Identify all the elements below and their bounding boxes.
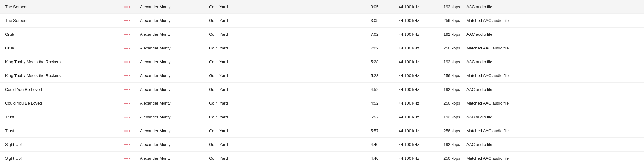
track-title: Trust — [5, 115, 124, 119]
dot2 — [126, 103, 128, 104]
track-artist: Alexander Monty — [140, 128, 209, 133]
dot1 — [124, 34, 126, 35]
track-artist: Alexander Monty — [140, 142, 209, 147]
track-album: Goin' Yard — [209, 18, 360, 23]
track-bitrate: 256 kbps — [426, 101, 466, 106]
track-artist: Alexander Monty — [140, 18, 209, 23]
dot3 — [129, 75, 130, 76]
dot2 — [126, 34, 128, 35]
track-album: Goin' Yard — [209, 156, 360, 161]
track-album: Goin' Yard — [209, 32, 360, 37]
track-title: King Tubby Meets the Rockers — [5, 73, 124, 78]
table-row[interactable]: The Serpent Alexander Monty Goin' Yard 3… — [0, 14, 644, 28]
dots-icon[interactable] — [124, 89, 140, 90]
track-filetype: Matched AAC audio file — [466, 46, 639, 50]
dot2 — [126, 6, 128, 8]
track-duration: 4:52 — [360, 87, 385, 92]
track-samplerate: 44.100 kHz — [385, 73, 426, 78]
dot1 — [124, 6, 126, 8]
track-samplerate: 44.100 kHz — [385, 128, 426, 133]
table-row[interactable]: Grub Alexander Monty Goin' Yard 7:02 44.… — [0, 28, 644, 41]
track-samplerate: 44.100 kHz — [385, 115, 426, 119]
dot1 — [124, 144, 126, 145]
track-samplerate: 44.100 kHz — [385, 101, 426, 106]
track-title: King Tubby Meets the Rockers — [5, 60, 124, 64]
track-table: The Serpent Alexander Monty Goin' Yard 3… — [0, 0, 644, 166]
track-artist: Alexander Monty — [140, 101, 209, 106]
track-bitrate: 192 kbps — [426, 4, 466, 9]
table-row[interactable]: King Tubby Meets the Rockers Alexander M… — [0, 69, 644, 83]
table-row[interactable]: Grub Alexander Monty Goin' Yard 7:02 44.… — [0, 41, 644, 55]
track-duration: 4:52 — [360, 101, 385, 106]
dots-icon[interactable] — [124, 6, 140, 8]
dots-icon[interactable] — [124, 20, 140, 21]
dots-icon[interactable] — [124, 61, 140, 63]
track-duration: 5:57 — [360, 128, 385, 133]
track-title: Grub — [5, 32, 124, 37]
track-album: Goin' Yard — [209, 142, 360, 147]
track-artist: Alexander Monty — [140, 115, 209, 119]
track-artist: Alexander Monty — [140, 156, 209, 161]
dot3 — [129, 6, 130, 8]
dot3 — [129, 89, 130, 90]
track-duration: 5:57 — [360, 115, 385, 119]
table-row[interactable]: Trust Alexander Monty Goin' Yard 5:57 44… — [0, 124, 644, 138]
track-filetype: Matched AAC audio file — [466, 18, 639, 23]
dots-icon[interactable] — [124, 48, 140, 49]
track-artist: Alexander Monty — [140, 46, 209, 50]
track-album: Goin' Yard — [209, 4, 360, 9]
dot1 — [124, 89, 126, 90]
track-bitrate: 192 kbps — [426, 60, 466, 64]
track-bitrate: 192 kbps — [426, 87, 466, 92]
dots-icon[interactable] — [124, 158, 140, 159]
dot1 — [124, 75, 126, 76]
dot2 — [126, 89, 128, 90]
dots-icon[interactable] — [124, 103, 140, 104]
track-bitrate: 256 kbps — [426, 156, 466, 161]
track-title: Sight Up! — [5, 156, 124, 161]
track-title: Trust — [5, 128, 124, 133]
dots-icon[interactable] — [124, 130, 140, 132]
dot3 — [129, 158, 130, 159]
track-duration: 5:28 — [360, 73, 385, 78]
track-duration: 3:05 — [360, 4, 385, 9]
track-album: Goin' Yard — [209, 115, 360, 119]
dot1 — [124, 48, 126, 49]
dots-icon[interactable] — [124, 144, 140, 145]
track-artist: Alexander Monty — [140, 60, 209, 64]
dots-icon[interactable] — [124, 75, 140, 76]
track-duration: 4:40 — [360, 142, 385, 147]
table-row[interactable]: The Serpent Alexander Monty Goin' Yard 3… — [0, 0, 644, 14]
table-row[interactable]: Could You Be Loved Alexander Monty Goin'… — [0, 83, 644, 96]
track-samplerate: 44.100 kHz — [385, 46, 426, 50]
track-title: The Serpent — [5, 18, 124, 23]
table-row[interactable]: Could You Be Loved Alexander Monty Goin'… — [0, 96, 644, 110]
dot2 — [126, 20, 128, 21]
dots-icon[interactable] — [124, 117, 140, 118]
track-album: Goin' Yard — [209, 101, 360, 106]
track-artist: Alexander Monty — [140, 32, 209, 37]
dot2 — [126, 158, 128, 159]
track-samplerate: 44.100 kHz — [385, 87, 426, 92]
track-bitrate: 192 kbps — [426, 115, 466, 119]
dot3 — [129, 34, 130, 35]
track-album: Goin' Yard — [209, 128, 360, 133]
track-title: Grub — [5, 46, 124, 50]
track-bitrate: 256 kbps — [426, 46, 466, 50]
table-row[interactable]: Sight Up! Alexander Monty Goin' Yard 4:4… — [0, 152, 644, 165]
track-album: Goin' Yard — [209, 73, 360, 78]
table-row[interactable]: King Tubby Meets the Rockers Alexander M… — [0, 55, 644, 69]
track-bitrate: 256 kbps — [426, 18, 466, 23]
track-filetype: AAC audio file — [466, 142, 639, 147]
dots-icon[interactable] — [124, 34, 140, 35]
track-duration: 7:02 — [360, 46, 385, 50]
track-duration: 4:40 — [360, 156, 385, 161]
table-row[interactable]: Trust Alexander Monty Goin' Yard 5:57 44… — [0, 110, 644, 124]
table-row[interactable]: Sight Up! Alexander Monty Goin' Yard 4:4… — [0, 138, 644, 152]
track-artist: Alexander Monty — [140, 4, 209, 9]
dot1 — [124, 117, 126, 118]
track-filetype: AAC audio file — [466, 115, 639, 119]
track-samplerate: 44.100 kHz — [385, 32, 426, 37]
track-artist: Alexander Monty — [140, 87, 209, 92]
dot1 — [124, 103, 126, 104]
